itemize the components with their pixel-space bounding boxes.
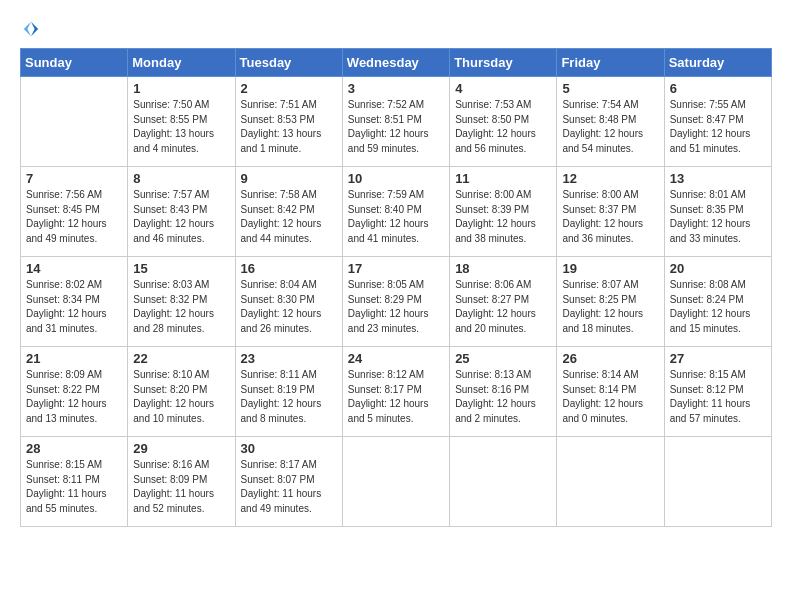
calendar-cell: 13 Sunrise: 8:01 AMSunset: 8:35 PMDaylig… [664, 167, 771, 257]
calendar-cell: 15 Sunrise: 8:03 AMSunset: 8:32 PMDaylig… [128, 257, 235, 347]
day-number: 29 [133, 441, 229, 456]
calendar-cell: 2 Sunrise: 7:51 AMSunset: 8:53 PMDayligh… [235, 77, 342, 167]
calendar-cell [450, 437, 557, 527]
calendar-cell: 28 Sunrise: 8:15 AMSunset: 8:11 PMDaylig… [21, 437, 128, 527]
calendar-cell [664, 437, 771, 527]
day-info: Sunrise: 7:52 AMSunset: 8:51 PMDaylight:… [348, 98, 444, 156]
weekday-header: Friday [557, 49, 664, 77]
calendar-cell: 10 Sunrise: 7:59 AMSunset: 8:40 PMDaylig… [342, 167, 449, 257]
weekday-header: Monday [128, 49, 235, 77]
day-info: Sunrise: 8:08 AMSunset: 8:24 PMDaylight:… [670, 278, 766, 336]
day-number: 19 [562, 261, 658, 276]
calendar-cell: 25 Sunrise: 8:13 AMSunset: 8:16 PMDaylig… [450, 347, 557, 437]
day-info: Sunrise: 8:01 AMSunset: 8:35 PMDaylight:… [670, 188, 766, 246]
day-number: 25 [455, 351, 551, 366]
page-header [20, 20, 772, 38]
day-number: 3 [348, 81, 444, 96]
day-info: Sunrise: 7:53 AMSunset: 8:50 PMDaylight:… [455, 98, 551, 156]
calendar-cell: 26 Sunrise: 8:14 AMSunset: 8:14 PMDaylig… [557, 347, 664, 437]
day-info: Sunrise: 7:57 AMSunset: 8:43 PMDaylight:… [133, 188, 229, 246]
weekday-header: Wednesday [342, 49, 449, 77]
day-info: Sunrise: 8:02 AMSunset: 8:34 PMDaylight:… [26, 278, 122, 336]
day-number: 14 [26, 261, 122, 276]
day-info: Sunrise: 8:15 AMSunset: 8:12 PMDaylight:… [670, 368, 766, 426]
calendar-cell: 11 Sunrise: 8:00 AMSunset: 8:39 PMDaylig… [450, 167, 557, 257]
day-info: Sunrise: 7:55 AMSunset: 8:47 PMDaylight:… [670, 98, 766, 156]
calendar-cell: 1 Sunrise: 7:50 AMSunset: 8:55 PMDayligh… [128, 77, 235, 167]
calendar-week-row: 28 Sunrise: 8:15 AMSunset: 8:11 PMDaylig… [21, 437, 772, 527]
calendar-cell [21, 77, 128, 167]
calendar-week-row: 14 Sunrise: 8:02 AMSunset: 8:34 PMDaylig… [21, 257, 772, 347]
calendar-cell: 30 Sunrise: 8:17 AMSunset: 8:07 PMDaylig… [235, 437, 342, 527]
calendar-cell: 17 Sunrise: 8:05 AMSunset: 8:29 PMDaylig… [342, 257, 449, 347]
day-number: 30 [241, 441, 337, 456]
day-number: 5 [562, 81, 658, 96]
day-number: 24 [348, 351, 444, 366]
calendar-cell: 14 Sunrise: 8:02 AMSunset: 8:34 PMDaylig… [21, 257, 128, 347]
calendar-cell: 23 Sunrise: 8:11 AMSunset: 8:19 PMDaylig… [235, 347, 342, 437]
day-info: Sunrise: 7:50 AMSunset: 8:55 PMDaylight:… [133, 98, 229, 156]
day-number: 26 [562, 351, 658, 366]
day-info: Sunrise: 8:10 AMSunset: 8:20 PMDaylight:… [133, 368, 229, 426]
calendar-cell: 19 Sunrise: 8:07 AMSunset: 8:25 PMDaylig… [557, 257, 664, 347]
day-info: Sunrise: 8:12 AMSunset: 8:17 PMDaylight:… [348, 368, 444, 426]
calendar-cell: 12 Sunrise: 8:00 AMSunset: 8:37 PMDaylig… [557, 167, 664, 257]
day-number: 9 [241, 171, 337, 186]
day-number: 21 [26, 351, 122, 366]
day-number: 6 [670, 81, 766, 96]
day-number: 12 [562, 171, 658, 186]
calendar-cell: 18 Sunrise: 8:06 AMSunset: 8:27 PMDaylig… [450, 257, 557, 347]
calendar-week-row: 1 Sunrise: 7:50 AMSunset: 8:55 PMDayligh… [21, 77, 772, 167]
day-info: Sunrise: 8:04 AMSunset: 8:30 PMDaylight:… [241, 278, 337, 336]
calendar-cell: 29 Sunrise: 8:16 AMSunset: 8:09 PMDaylig… [128, 437, 235, 527]
calendar-cell: 8 Sunrise: 7:57 AMSunset: 8:43 PMDayligh… [128, 167, 235, 257]
calendar-cell: 16 Sunrise: 8:04 AMSunset: 8:30 PMDaylig… [235, 257, 342, 347]
day-number: 15 [133, 261, 229, 276]
weekday-header: Sunday [21, 49, 128, 77]
day-number: 17 [348, 261, 444, 276]
calendar-header-row: SundayMondayTuesdayWednesdayThursdayFrid… [21, 49, 772, 77]
day-number: 1 [133, 81, 229, 96]
day-info: Sunrise: 7:54 AMSunset: 8:48 PMDaylight:… [562, 98, 658, 156]
day-info: Sunrise: 8:03 AMSunset: 8:32 PMDaylight:… [133, 278, 229, 336]
calendar-cell [342, 437, 449, 527]
calendar-cell: 27 Sunrise: 8:15 AMSunset: 8:12 PMDaylig… [664, 347, 771, 437]
day-number: 4 [455, 81, 551, 96]
weekday-header: Thursday [450, 49, 557, 77]
weekday-header: Tuesday [235, 49, 342, 77]
calendar-cell: 5 Sunrise: 7:54 AMSunset: 8:48 PMDayligh… [557, 77, 664, 167]
day-number: 22 [133, 351, 229, 366]
day-info: Sunrise: 8:11 AMSunset: 8:19 PMDaylight:… [241, 368, 337, 426]
day-info: Sunrise: 7:51 AMSunset: 8:53 PMDaylight:… [241, 98, 337, 156]
calendar-cell: 21 Sunrise: 8:09 AMSunset: 8:22 PMDaylig… [21, 347, 128, 437]
day-info: Sunrise: 8:06 AMSunset: 8:27 PMDaylight:… [455, 278, 551, 336]
day-info: Sunrise: 8:17 AMSunset: 8:07 PMDaylight:… [241, 458, 337, 516]
calendar-cell: 4 Sunrise: 7:53 AMSunset: 8:50 PMDayligh… [450, 77, 557, 167]
day-number: 11 [455, 171, 551, 186]
day-info: Sunrise: 8:16 AMSunset: 8:09 PMDaylight:… [133, 458, 229, 516]
calendar-cell: 9 Sunrise: 7:58 AMSunset: 8:42 PMDayligh… [235, 167, 342, 257]
day-number: 10 [348, 171, 444, 186]
day-number: 7 [26, 171, 122, 186]
calendar-cell: 6 Sunrise: 7:55 AMSunset: 8:47 PMDayligh… [664, 77, 771, 167]
svg-marker-0 [31, 22, 38, 36]
day-info: Sunrise: 8:13 AMSunset: 8:16 PMDaylight:… [455, 368, 551, 426]
day-info: Sunrise: 8:00 AMSunset: 8:37 PMDaylight:… [562, 188, 658, 246]
day-info: Sunrise: 7:56 AMSunset: 8:45 PMDaylight:… [26, 188, 122, 246]
day-info: Sunrise: 8:09 AMSunset: 8:22 PMDaylight:… [26, 368, 122, 426]
calendar-table: SundayMondayTuesdayWednesdayThursdayFrid… [20, 48, 772, 527]
day-info: Sunrise: 8:15 AMSunset: 8:11 PMDaylight:… [26, 458, 122, 516]
day-info: Sunrise: 8:00 AMSunset: 8:39 PMDaylight:… [455, 188, 551, 246]
day-number: 13 [670, 171, 766, 186]
day-info: Sunrise: 7:58 AMSunset: 8:42 PMDaylight:… [241, 188, 337, 246]
calendar-cell: 20 Sunrise: 8:08 AMSunset: 8:24 PMDaylig… [664, 257, 771, 347]
day-number: 16 [241, 261, 337, 276]
calendar-cell: 24 Sunrise: 8:12 AMSunset: 8:17 PMDaylig… [342, 347, 449, 437]
day-number: 28 [26, 441, 122, 456]
svg-marker-1 [24, 22, 31, 36]
day-number: 27 [670, 351, 766, 366]
day-number: 23 [241, 351, 337, 366]
day-number: 8 [133, 171, 229, 186]
day-number: 18 [455, 261, 551, 276]
calendar-week-row: 21 Sunrise: 8:09 AMSunset: 8:22 PMDaylig… [21, 347, 772, 437]
